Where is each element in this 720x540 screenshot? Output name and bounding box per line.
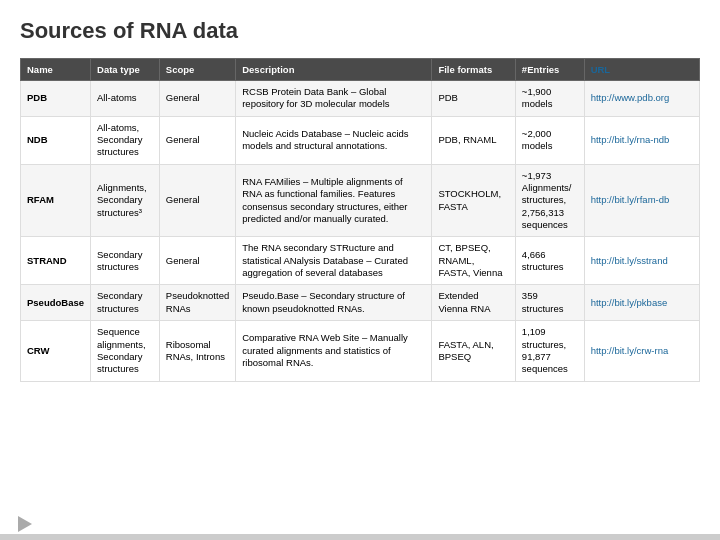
table-row: NDBAll-atoms, Secondary structuresGenera…	[21, 116, 700, 164]
col-header-name: Name	[21, 59, 91, 81]
col-header-entries: #Entries	[515, 59, 584, 81]
table-body: PDBAll-atomsGeneralRCSB Protein Data Ban…	[21, 81, 700, 382]
col-header-fileformats: File formats	[432, 59, 515, 81]
rna-sources-table: Name Data type Scope Description File fo…	[20, 58, 700, 382]
table-row: PseudoBaseSecondary structuresPseudoknot…	[21, 285, 700, 321]
table-row: PDBAll-atomsGeneralRCSB Protein Data Ban…	[21, 81, 700, 117]
page-title: Sources of RNA data	[20, 18, 700, 44]
table-header-row: Name Data type Scope Description File fo…	[21, 59, 700, 81]
footer-bar	[0, 534, 720, 540]
page-container: Sources of RNA data Name Data type Scope…	[0, 0, 720, 392]
play-button-icon[interactable]	[18, 516, 32, 532]
table-row: STRANDSecondary structuresGeneralThe RNA…	[21, 237, 700, 285]
col-header-datatype: Data type	[91, 59, 160, 81]
col-header-scope: Scope	[159, 59, 235, 81]
table-row: RFAMAlignments, Secondary structures³Gen…	[21, 164, 700, 237]
col-header-description: Description	[236, 59, 432, 81]
table-row: CRWSequence alignments, Secondary struct…	[21, 321, 700, 381]
col-header-url: URL	[584, 59, 699, 81]
